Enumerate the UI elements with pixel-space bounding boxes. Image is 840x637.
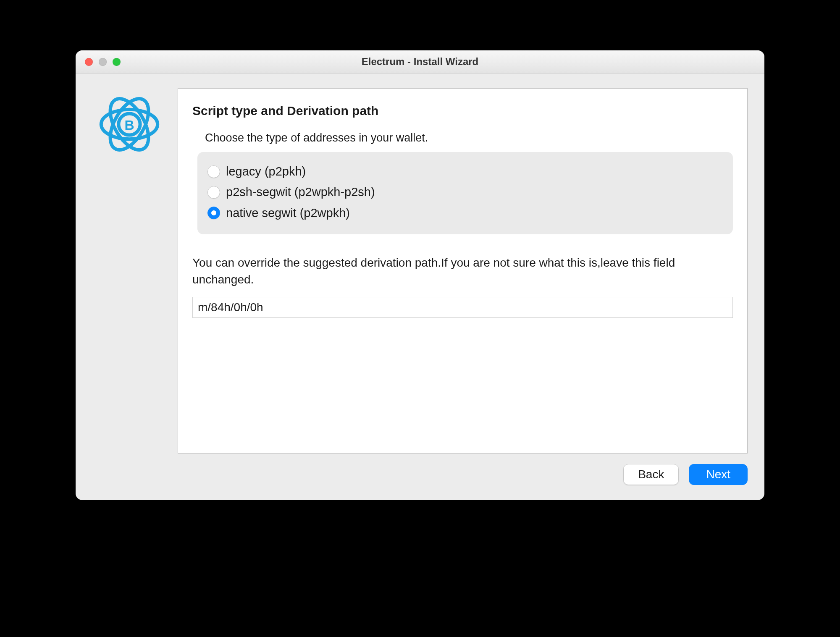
install-wizard-window: Electrum - Install Wizard B Script type …: [76, 50, 764, 500]
main-panel: Script type and Derivation path Choose t…: [178, 88, 748, 454]
intro-text: Choose the type of addresses in your wal…: [205, 131, 733, 144]
radio-p2sh-segwit[interactable]: p2sh-segwit (p2wpkh-p2sh): [207, 182, 723, 202]
radio-label: legacy (p2pkh): [226, 161, 306, 182]
maximize-icon[interactable]: [113, 58, 121, 66]
radio-icon: [207, 207, 220, 219]
next-button[interactable]: Next: [689, 464, 748, 485]
override-help-text: You can override the suggested derivatio…: [192, 254, 733, 288]
sidebar: B: [92, 88, 166, 454]
electrum-logo-icon: B: [96, 91, 163, 454]
script-type-radio-group: legacy (p2pkh) p2sh-segwit (p2wpkh-p2sh)…: [197, 152, 733, 234]
derivation-path-input[interactable]: [192, 297, 733, 318]
radio-icon: [207, 165, 220, 178]
radio-native-segwit[interactable]: native segwit (p2wpkh): [207, 203, 723, 223]
titlebar: Electrum - Install Wizard: [76, 50, 764, 73]
window-body: B Script type and Derivation path Choose…: [76, 73, 764, 464]
radio-label: native segwit (p2wpkh): [226, 203, 350, 223]
back-button[interactable]: Back: [623, 464, 679, 485]
radio-label: p2sh-segwit (p2wpkh-p2sh): [226, 182, 375, 202]
minimize-icon[interactable]: [99, 58, 107, 66]
traffic-lights: [76, 58, 121, 66]
svg-text:B: B: [124, 118, 134, 133]
radio-icon: [207, 186, 220, 199]
radio-legacy[interactable]: legacy (p2pkh): [207, 161, 723, 182]
page-title: Script type and Derivation path: [192, 104, 733, 118]
button-row: Back Next: [76, 464, 764, 500]
close-icon[interactable]: [85, 58, 93, 66]
window-title: Electrum - Install Wizard: [76, 56, 764, 68]
